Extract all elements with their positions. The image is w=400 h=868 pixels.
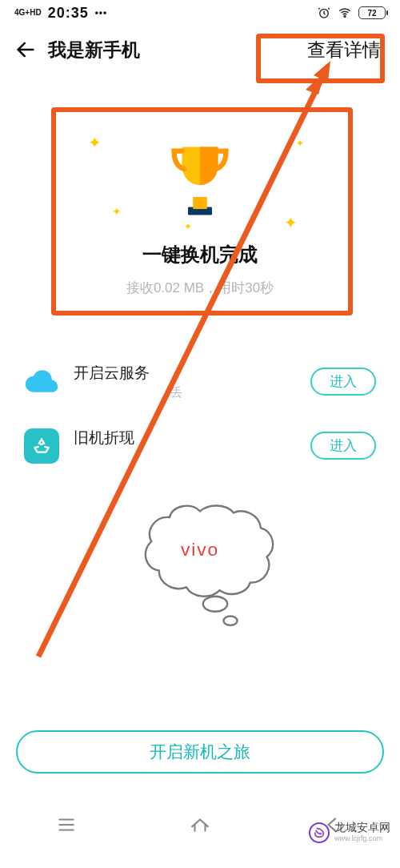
star-icon: ✦ [296,138,304,149]
primary-action-wrap: 开启新机之旅 [16,730,384,774]
status-left: 4G+HD 20:35 ••• [14,5,107,22]
list-item-body: 旧机折现 [74,428,296,464]
trophy-illustration: ✦ ✦ ✦ ✦ ✦ [40,133,360,229]
page-title: 我是新手机 [48,38,140,62]
list-item: 旧机折现 进入 [24,423,376,486]
network-label: 4G+HD [14,9,42,17]
list-item-subtitle: 丢 [74,385,296,400]
svg-marker-7 [306,72,325,94]
list-item-body: 开启云服务 丢 [74,363,296,400]
completion-card: ✦ ✦ ✦ ✦ ✦ 一键换机完成 接收0.02 MB，用时30秒 [24,106,376,316]
status-right: 72 [317,6,386,20]
svg-point-1 [344,16,346,18]
battery-percent: 72 [367,9,376,18]
status-more-icon: ••• [95,7,108,18]
watermark-text: 龙城安卓网 www.lcjrfg.com [334,822,390,844]
brand-bubble: vivo [0,502,400,632]
services-list: 开启云服务 丢 进入 旧机折现 进入 [24,352,376,486]
list-item-title: 开启云服务 [74,363,296,384]
star-icon: ✦ [112,205,122,218]
brand-text: vivo [181,539,219,560]
recycle-icon [24,428,59,464]
enter-button[interactable]: 进入 [310,368,376,396]
trophy-icon [168,141,232,221]
completion-title: 一键换机完成 [40,242,360,267]
back-icon[interactable] [14,38,37,61]
enter-button[interactable]: 进入 [310,432,376,460]
svg-rect-3 [193,197,207,209]
start-journey-button[interactable]: 开启新机之旅 [16,730,384,774]
nav-bar: 我是新手机 查看详情 [0,26,400,74]
wifi-icon [338,6,352,20]
svg-point-5 [223,617,237,625]
cloud-icon [24,364,59,400]
completion-subtitle: 接收0.02 MB，用时30秒 [40,279,360,297]
star-icon: ✦ [184,221,192,232]
home-icon[interactable] [187,814,213,835]
list-item-subtitle [74,450,296,464]
recent-apps-icon[interactable] [54,814,79,835]
details-button[interactable]: 查看详情 [302,33,386,67]
status-time: 20:35 [48,5,89,22]
site-watermark: 龙城安卓网 www.lcjrfg.com [309,822,390,844]
battery-icon: 72 [358,6,386,19]
watermark-logo-icon [309,822,330,843]
alarm-icon [317,6,331,20]
list-item: 开启云服务 丢 进入 [24,352,376,423]
status-bar: 4G+HD 20:35 ••• 72 [0,0,400,26]
star-icon: ✦ [88,133,102,152]
star-icon: ✦ [284,213,298,232]
list-item-title: 旧机折现 [74,428,296,448]
svg-point-4 [203,597,227,612]
